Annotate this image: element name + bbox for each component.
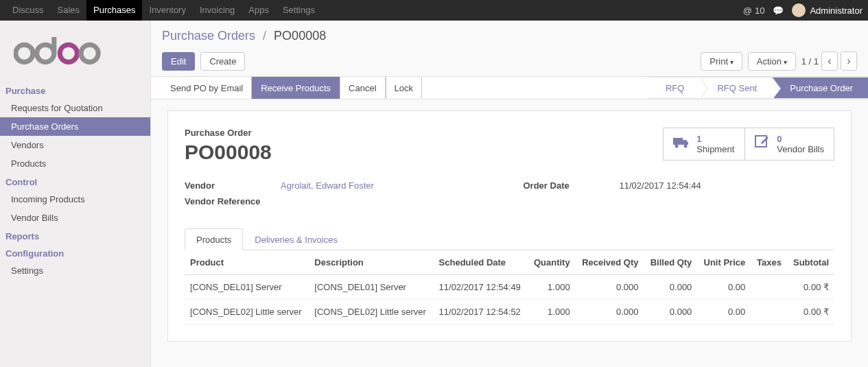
bills-count: 0	[777, 134, 824, 144]
messages-count[interactable]: @ 10	[743, 5, 765, 16]
col-header: Received Qty	[576, 250, 644, 275]
cell: 0.000	[644, 300, 698, 324]
svg-point-6	[684, 144, 688, 147]
tab-products[interactable]: Products	[185, 228, 243, 250]
cell: 0.000	[644, 275, 698, 300]
menu-header-control[interactable]: Control	[0, 173, 150, 190]
cell: 1.000	[528, 275, 576, 300]
edit-button[interactable]: Edit	[162, 52, 195, 71]
receive-products-button[interactable]: Receive Products	[252, 77, 340, 99]
menu-header-configuration[interactable]: Configuration	[0, 244, 150, 261]
status-step-purchase-order[interactable]: Purchase Order	[772, 77, 868, 99]
cell: [CONS_DEL01] Server	[309, 275, 433, 300]
col-header: Quantity	[528, 250, 576, 275]
cell: 11/02/2017 12:54:49	[434, 275, 528, 300]
nav-item-discuss[interactable]: Discuss	[5, 0, 51, 21]
print-dropdown[interactable]: Print	[701, 52, 742, 71]
pager-text: 1 / 1	[801, 56, 819, 67]
menu-item-incoming-products[interactable]: Incoming Products	[0, 190, 150, 209]
svg-point-1	[37, 45, 54, 62]
status-steps: RFQRFQ SentPurchase Order	[648, 77, 868, 99]
col-header: Scheduled Date	[434, 250, 528, 275]
send-po-button[interactable]: Send PO by Email	[162, 77, 252, 99]
chat-icon[interactable]: 💬	[773, 5, 784, 16]
svg-rect-4	[673, 138, 683, 145]
breadcrumb: Purchase Orders / PO00008	[151, 21, 868, 46]
cell: [CONS_DEL02] Little server	[185, 300, 309, 324]
cell: 0.00 ₹	[787, 275, 834, 300]
sidebar: PurchaseRequests for QuotationPurchase O…	[0, 21, 151, 367]
col-header: Taxes	[751, 250, 787, 275]
breadcrumb-parent[interactable]: Purchase Orders	[162, 29, 255, 43]
tabs: ProductsDeliveries & Invoices	[185, 228, 834, 250]
menu-item-settings[interactable]: Settings	[0, 261, 150, 280]
cell: 0.00	[697, 300, 751, 324]
breadcrumb-separator: /	[263, 29, 266, 43]
status-step-rfq-sent[interactable]: RFQ Sent	[699, 77, 772, 99]
table-row[interactable]: [CONS_DEL01] Server[CONS_DEL01] Server11…	[185, 275, 834, 300]
col-header: Billed Qty	[644, 250, 698, 275]
tab-deliveries-invoices[interactable]: Deliveries & Invoices	[243, 228, 349, 250]
main-content: Purchase Orders / PO00008 Edit Create Pr…	[151, 21, 868, 367]
menu-item-requests-for-quotation[interactable]: Requests for Quotation	[0, 99, 150, 117]
cell	[751, 300, 787, 324]
table-row[interactable]: [CONS_DEL02] Little server[CONS_DEL02] L…	[185, 300, 834, 324]
nav-item-inventory[interactable]: Inventory	[142, 0, 192, 21]
menu-item-vendors[interactable]: Vendors	[0, 136, 150, 154]
action-dropdown[interactable]: Action	[748, 52, 796, 71]
record-sheet: Purchase Order PO00008 1 Shipment	[167, 110, 852, 342]
pager-next-button[interactable]: ›	[841, 51, 857, 71]
logo	[0, 29, 150, 82]
menu-header-reports[interactable]: Reports	[0, 227, 150, 244]
user-menu[interactable]: Administrator	[792, 3, 863, 17]
menu-item-products[interactable]: Products	[0, 154, 150, 173]
cell: 0.00	[697, 275, 751, 300]
status-step-rfq[interactable]: RFQ	[648, 77, 699, 99]
menu-header-purchase[interactable]: Purchase	[0, 82, 150, 99]
truck-icon	[673, 137, 690, 152]
record-name: PO00008	[185, 141, 272, 164]
nav-item-apps[interactable]: Apps	[242, 0, 276, 21]
create-button[interactable]: Create	[200, 52, 245, 71]
order-lines-table: ProductDescriptionScheduled DateQuantity…	[185, 250, 834, 324]
svg-point-2	[60, 45, 77, 62]
cell: 0.000	[576, 300, 644, 324]
shipment-stat-button[interactable]: 1 Shipment	[663, 128, 745, 161]
pager-prev-button[interactable]: ‹	[821, 51, 838, 71]
nav-item-settings[interactable]: Settings	[276, 0, 322, 21]
cell	[751, 275, 787, 300]
at-icon: @	[743, 5, 752, 16]
vendor-value[interactable]: Agrolait, Edward Foster	[281, 180, 374, 191]
vendor-label: Vendor	[185, 180, 281, 191]
lock-button[interactable]: Lock	[386, 77, 422, 99]
nav-item-invoicing[interactable]: Invoicing	[193, 0, 242, 21]
status-row: Send PO by Email Receive Products Cancel…	[151, 76, 868, 99]
order-date-value: 11/02/2017 12:54:44	[620, 180, 701, 191]
menu-item-vendor-bills[interactable]: Vendor Bills	[0, 209, 150, 227]
col-header: Product	[185, 250, 309, 275]
breadcrumb-current: PO00008	[274, 29, 326, 43]
cell: 11/02/2017 12:54:52	[434, 300, 528, 324]
col-header: Description	[309, 250, 433, 275]
cell: 0.000	[576, 275, 644, 300]
bills-label: Vendor Bills	[777, 144, 824, 154]
order-date-label: Order Date	[524, 180, 620, 191]
cell: [CONS_DEL02] Little server	[309, 300, 433, 324]
vendor-bills-stat-button[interactable]: 0 Vendor Bills	[745, 128, 834, 161]
nav-item-sales[interactable]: Sales	[51, 0, 87, 21]
cell: 1.000	[528, 300, 576, 324]
svg-point-5	[675, 144, 679, 147]
username: Administrator	[810, 5, 863, 16]
pencil-square-icon	[755, 135, 770, 154]
menu-item-purchase-orders[interactable]: Purchase Orders	[0, 117, 150, 136]
shipment-count: 1	[696, 134, 734, 144]
cancel-button[interactable]: Cancel	[340, 77, 385, 99]
top-nav: DiscussSalesPurchasesInventoryInvoicingA…	[0, 0, 868, 21]
cell: [CONS_DEL01] Server	[185, 275, 309, 300]
col-header: Subtotal	[787, 250, 834, 275]
col-header: Unit Price	[697, 250, 751, 275]
nav-item-purchases[interactable]: Purchases	[86, 0, 142, 21]
cell: 0.00 ₹	[787, 300, 834, 324]
svg-point-0	[16, 45, 33, 62]
svg-point-3	[81, 45, 98, 62]
